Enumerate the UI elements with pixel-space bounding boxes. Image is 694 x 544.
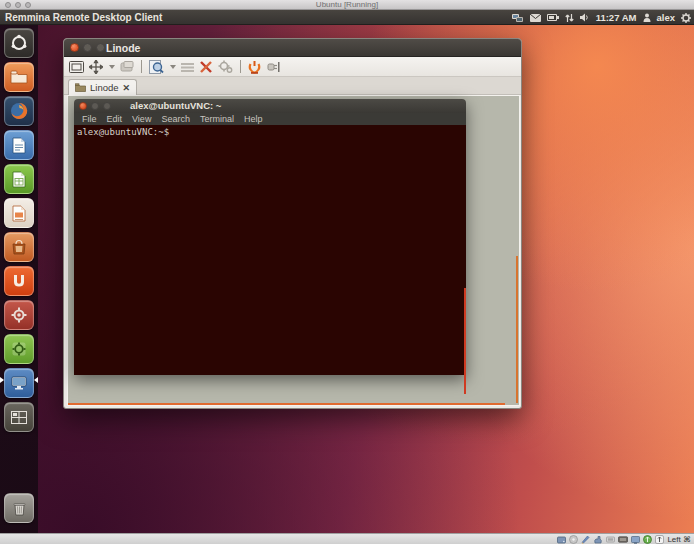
impress-document-icon [12, 205, 26, 222]
zoom-icon[interactable] [149, 59, 164, 75]
connection-tab-linode[interactable]: Linode ✕ [68, 79, 137, 95]
mouse-integration-icon[interactable] [643, 535, 652, 544]
remmina-toolbar [64, 57, 521, 77]
network-icon[interactable] [593, 535, 603, 544]
menu-help[interactable]: Help [239, 113, 268, 125]
virtualbox-statusbar: Left ⌘ [0, 533, 694, 544]
writer-document-icon [12, 137, 26, 154]
launcher-item-system-settings[interactable] [4, 300, 34, 330]
scale-dropdown-caret-icon[interactable] [109, 65, 115, 69]
tab-close-icon[interactable]: ✕ [123, 83, 131, 93]
zoom-dropdown-caret-icon[interactable] [170, 65, 176, 69]
network-indicator-icon[interactable] [512, 13, 524, 23]
remmina-monitor-icon [10, 376, 28, 391]
launcher-item-workspace-switcher[interactable] [4, 402, 34, 432]
terminal-window-title: alex@ubuntuVNC: ~ [130, 99, 221, 113]
launcher-item-home-folder[interactable] [4, 62, 34, 92]
remote-wallpaper-edge-bottom [68, 403, 505, 405]
remote-wallpaper-edge-right [516, 256, 518, 403]
host-key-state-icon[interactable] [655, 535, 664, 544]
calc-document-icon [12, 171, 26, 188]
remmina-focused-indicator [34, 377, 38, 383]
unity-launcher [0, 25, 38, 533]
gear-wrench-icon [11, 307, 27, 323]
remmina-titlebar[interactable]: Linode [64, 39, 521, 57]
terminal-maximize-button[interactable] [103, 102, 111, 110]
sync-arrows-indicator-icon[interactable] [565, 13, 574, 23]
disconnect-icon[interactable] [248, 59, 261, 75]
remmina-tabbar: Linode ✕ [64, 77, 521, 95]
tab-label: Linode [90, 82, 119, 93]
launcher-item-ubuntu-software-center[interactable] [4, 232, 34, 262]
remmina-window: Linode [63, 38, 522, 409]
usb-icon[interactable] [606, 536, 615, 543]
preferences-icon[interactable] [199, 59, 213, 75]
grab-keyboard-icon[interactable] [120, 59, 134, 75]
remote-terminal-window: alex@ubuntuVNC: ~ File Edit View Search … [74, 99, 466, 375]
username-label[interactable]: alex [657, 10, 676, 25]
terminal-prompt: alex@ubuntuVNC:~$ [77, 127, 169, 137]
terminal-menubar: File Edit View Search Terminal Help [74, 113, 466, 125]
plug-icon[interactable] [266, 59, 280, 75]
host-key-label: Left ⌘ [667, 534, 691, 544]
menu-edit[interactable]: Edit [102, 113, 128, 125]
terminal-body[interactable]: alex@ubuntuVNC:~$ [74, 125, 466, 375]
indicator-area: 11:27 AM alex [512, 10, 691, 25]
menu-view[interactable]: View [127, 113, 156, 125]
firefox-icon [9, 101, 29, 121]
fullscreen-icon[interactable] [69, 59, 84, 75]
optical-drive-icon[interactable] [569, 535, 578, 544]
ubuntu-logo-icon [10, 34, 28, 52]
launcher-item-ubuntu-one[interactable] [4, 266, 34, 296]
tab-folder-icon [75, 83, 86, 92]
toolbar-separator [141, 60, 142, 73]
terminal-titlebar[interactable]: alex@ubuntuVNC: ~ [74, 99, 466, 113]
mail-indicator-icon[interactable] [530, 14, 541, 22]
window-maximize-button[interactable] [96, 43, 105, 52]
remmina-running-indicator [0, 377, 4, 383]
launcher-item-remmina[interactable] [4, 368, 34, 398]
software-center-bag-icon [11, 239, 27, 255]
remmina-window-title: Linode [106, 39, 140, 57]
session-gear-icon[interactable] [681, 13, 691, 23]
window-close-button[interactable] [70, 43, 79, 52]
shared-folders-icon[interactable] [618, 536, 628, 543]
user-indicator-icon[interactable] [643, 13, 651, 22]
launcher-item-dash-home[interactable] [4, 28, 34, 58]
launcher-item-firefox[interactable] [4, 96, 34, 126]
display-icon[interactable] [631, 536, 640, 544]
window-minimize-button[interactable] [83, 43, 92, 52]
launcher-item-package-manager[interactable] [4, 334, 34, 364]
ubuntu-top-panel: Remmina Remote Desktop Client 11:27 AM a… [0, 10, 694, 25]
statusbar-device-icons: Left ⌘ [557, 534, 691, 544]
launcher-item-libreoffice-calc[interactable] [4, 164, 34, 194]
hard-disk-icon[interactable] [557, 536, 566, 544]
folder-icon [10, 70, 28, 84]
menu-terminal[interactable]: Terminal [195, 113, 239, 125]
scale-mode-icon[interactable] [89, 59, 103, 75]
toolbar-separator [240, 60, 241, 73]
audio-icon[interactable] [581, 535, 590, 544]
menu-search[interactable]: Search [156, 113, 195, 125]
active-app-title[interactable]: Remmina Remote Desktop Client [5, 10, 162, 25]
terminal-minimize-button[interactable] [91, 102, 99, 110]
mac-window-titlebar: Ubuntu [Running] [0, 0, 694, 10]
vm-window-title: Ubuntu [Running] [0, 0, 694, 10]
volume-indicator-icon[interactable] [580, 13, 590, 22]
virtualbox-guest-screen: Ubuntu [Running] Remmina Remote Desktop … [0, 0, 694, 544]
clock-label[interactable]: 11:27 AM [596, 10, 637, 25]
green-gear-icon [11, 341, 27, 357]
launcher-item-libreoffice-writer[interactable] [4, 130, 34, 160]
trash-icon [13, 501, 26, 516]
redraw-artifact-line [464, 288, 466, 394]
tools-icon[interactable] [218, 59, 233, 75]
launcher-item-trash[interactable] [4, 493, 34, 523]
launcher-item-libreoffice-impress[interactable] [4, 198, 34, 228]
vnc-viewport[interactable]: alex@ubuntuVNC: ~ File Edit View Search … [67, 95, 520, 406]
minimize-icon[interactable] [181, 59, 194, 75]
terminal-close-button[interactable] [79, 102, 87, 110]
workspace-grid-icon [11, 411, 27, 424]
menu-file[interactable]: File [77, 113, 102, 125]
ubuntu-one-icon [12, 274, 26, 288]
battery-indicator-icon[interactable] [547, 14, 559, 21]
